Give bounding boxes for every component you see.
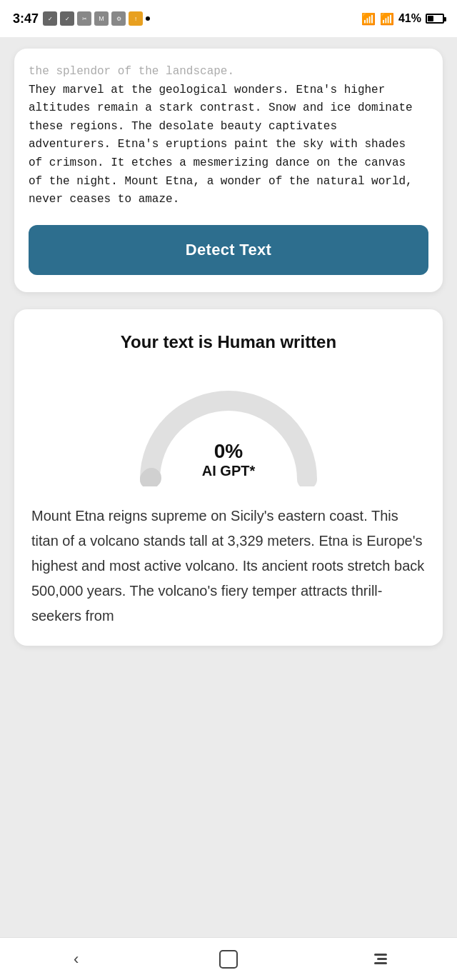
nav-recents-button[interactable] xyxy=(359,945,402,974)
status-dot xyxy=(146,16,150,21)
status-bar-left: 3:47 ✓ ✓ ✂ M ⚙ ! xyxy=(13,11,150,26)
icon-box-5: ⚙ xyxy=(111,11,126,26)
text-display-area: the splendor of the landscape. They marv… xyxy=(29,63,428,209)
icon-box-2: ✓ xyxy=(60,11,74,26)
status-icons: ✓ ✓ ✂ M ⚙ ! xyxy=(43,11,150,26)
status-time: 3:47 xyxy=(13,11,39,26)
wifi-icon: 📶 xyxy=(361,12,376,26)
main-text-content: They marvel at the geological wonders. E… xyxy=(29,81,423,209)
battery-percent: 41% xyxy=(398,12,421,25)
icon-box-1: ✓ xyxy=(43,11,57,26)
signal-icon: 📶 xyxy=(380,12,394,26)
nav-home-button[interactable] xyxy=(207,945,250,974)
status-bar-right: 📶 📶 41% xyxy=(361,12,444,26)
result-card: Your text is Human written 0% AI GPT* Mo… xyxy=(14,309,443,646)
page-background: the splendor of the landscape. They marv… xyxy=(0,37,457,980)
gauge-percent: 0% xyxy=(202,440,255,463)
back-icon: ‹ xyxy=(74,950,79,969)
result-paragraph: Mount Etna reigns supreme on Sicily's ea… xyxy=(31,504,426,629)
recents-icon xyxy=(374,954,387,964)
text-input-card: the splendor of the landscape. They marv… xyxy=(14,49,443,292)
nav-back-button[interactable]: ‹ xyxy=(55,945,98,974)
gauge-container: 0% AI GPT* xyxy=(31,372,426,486)
result-title: Your text is Human written xyxy=(31,332,426,352)
faded-text: the splendor of the landscape. xyxy=(29,63,423,81)
status-bar: 3:47 ✓ ✓ ✂ M ⚙ ! 📶 📶 41% xyxy=(0,0,457,37)
icon-box-4: M xyxy=(94,11,109,26)
battery-fill xyxy=(428,16,433,21)
icon-box-6: ! xyxy=(129,11,143,26)
home-icon xyxy=(219,950,238,969)
icon-box-3: ✂ xyxy=(77,11,91,26)
gauge-center-text: 0% AI GPT* xyxy=(202,440,255,479)
battery-icon xyxy=(426,14,444,24)
bottom-nav: ‹ xyxy=(0,937,457,980)
gauge-label: AI GPT* xyxy=(202,463,255,479)
detect-text-button[interactable]: Detect Text xyxy=(29,225,428,275)
